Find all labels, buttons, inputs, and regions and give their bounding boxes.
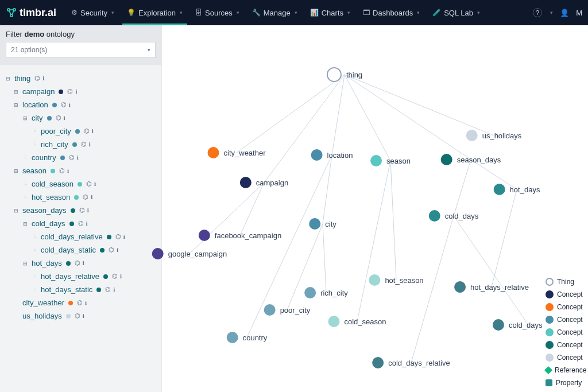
node-cold_days_relative[interactable]: cold_days_relative	[372, 357, 450, 368]
info-icon[interactable]: i	[89, 141, 91, 148]
info-icon[interactable]: i	[75, 88, 77, 95]
tree-row-poor_city[interactable]: └poor_city⌬i	[5, 125, 157, 138]
hierarchy-icon[interactable]: ⌬	[69, 154, 75, 161]
node-season_days[interactable]: season_days	[441, 154, 501, 165]
tree-toggle-icon[interactable]: ⊟	[23, 261, 29, 266]
tree-toggle-icon[interactable]: ⊟	[23, 115, 29, 121]
info-icon[interactable]: i	[123, 233, 125, 240]
hierarchy-icon[interactable]: ⌬	[105, 286, 111, 293]
tree-row-us_holidays[interactable]: us_holidays⌬i	[5, 309, 157, 323]
tree-label[interactable]: campaign	[22, 87, 55, 96]
tree-row-hot_days_relative[interactable]: └hot_days_relative⌬i	[5, 270, 157, 283]
info-icon[interactable]: i	[91, 193, 92, 201]
tree-label[interactable]: city	[32, 114, 43, 122]
tree-toggle-icon[interactable]: ⊟	[14, 168, 20, 174]
info-icon[interactable]: i	[83, 259, 84, 267]
tree-label[interactable]: cold_days_static	[41, 246, 96, 254]
hierarchy-icon[interactable]: ⌬	[78, 220, 84, 227]
info-icon[interactable]: i	[69, 101, 71, 108]
tree-toggle-icon[interactable]: ⊟	[14, 89, 20, 95]
hierarchy-icon[interactable]: ⌬	[84, 127, 90, 135]
tree-action-icons[interactable]: ⌬i	[112, 273, 122, 280]
tree-row-campaign[interactable]: ⊟campaign⌬i	[5, 85, 157, 98]
node-hot_days[interactable]: hot_days	[494, 184, 540, 195]
tree-action-icons[interactable]: ⌬i	[75, 312, 84, 320]
tree-label[interactable]: hot_days_static	[41, 285, 92, 294]
info-icon[interactable]: i	[64, 114, 65, 122]
node-us_holidays[interactable]: us_holidays	[466, 130, 522, 141]
hierarchy-icon[interactable]: ⌬	[67, 88, 73, 95]
nav-item-exploration[interactable]: 💡Exploration▾	[122, 1, 187, 25]
node-country[interactable]: country	[227, 332, 268, 343]
tree-toggle-icon[interactable]: ⊟	[14, 102, 20, 108]
node-thing[interactable]: thing	[327, 67, 362, 82]
tree-label[interactable]: us_holidays	[22, 312, 62, 320]
tree-action-icons[interactable]: ⌬i	[105, 286, 115, 293]
tree-toggle-icon[interactable]: ⊟	[14, 208, 20, 214]
tree-row-season[interactable]: ⊟season⌬i	[5, 164, 157, 177]
hierarchy-icon[interactable]: ⌬	[83, 193, 88, 201]
tree-action-icons[interactable]: ⌬i	[67, 88, 77, 95]
tree-label[interactable]: poor_city	[41, 127, 71, 135]
tree-label[interactable]: thing	[14, 74, 30, 83]
tree-action-icons[interactable]: ⌬i	[56, 114, 65, 122]
hierarchy-icon[interactable]: ⌬	[112, 273, 118, 280]
info-icon[interactable]: i	[85, 299, 87, 306]
node-cold_days[interactable]: cold_days	[429, 210, 479, 222]
user-icon[interactable]: 👤	[560, 9, 569, 17]
tree-row-cold_season[interactable]: └cold_season⌬i	[5, 177, 157, 191]
tree-label[interactable]: cold_days	[32, 219, 65, 228]
nav-item-dashboards[interactable]: 🗔Dashboards▾	[358, 1, 424, 25]
node-rich_city[interactable]: rich_city	[304, 287, 348, 298]
tree-row-cold_days_static[interactable]: └cold_days_static⌬i	[5, 243, 157, 257]
tree-label[interactable]: cold_days_relative	[41, 232, 103, 241]
hierarchy-icon[interactable]: ⌬	[56, 114, 61, 122]
tree-row-rich_city[interactable]: └rich_city⌬i	[5, 138, 157, 151]
info-icon[interactable]: i	[117, 246, 118, 254]
tree-action-icons[interactable]: ⌬i	[79, 207, 89, 214]
tree-action-icons[interactable]: ⌬i	[61, 101, 71, 108]
hierarchy-icon[interactable]: ⌬	[75, 312, 80, 320]
tree-action-icons[interactable]: ⌬i	[78, 220, 88, 227]
info-icon[interactable]: i	[92, 127, 94, 135]
nav-item-manage[interactable]: 🔧Manage▾	[247, 1, 302, 25]
nav-item-charts[interactable]: 📊Charts▾	[305, 1, 355, 25]
tree-row-hot_days_static[interactable]: └hot_days_static⌬i	[5, 283, 157, 296]
hierarchy-icon[interactable]: ⌬	[77, 299, 83, 306]
tree-action-icons[interactable]: ⌬i	[83, 193, 92, 201]
info-icon[interactable]: i	[83, 312, 84, 320]
info-icon[interactable]: i	[113, 286, 115, 293]
hierarchy-icon[interactable]: ⌬	[61, 101, 67, 108]
tree-label[interactable]: location	[22, 100, 48, 109]
tree-label[interactable]: city_weather	[22, 298, 64, 307]
tree-row-cold_days_relative[interactable]: └cold_days_relative⌬i	[5, 230, 157, 243]
tree-action-icons[interactable]: ⌬i	[59, 167, 69, 174]
node-city[interactable]: city	[309, 218, 336, 230]
tree-row-city_weather[interactable]: city_weather⌬i	[5, 296, 157, 309]
tree-label[interactable]: hot_days	[32, 259, 62, 267]
filter-select[interactable]: 21 option(s) ▾	[6, 42, 156, 58]
help-icon[interactable]: ?	[533, 8, 542, 17]
tree-row-cold_days[interactable]: ⊟cold_days⌬i	[5, 217, 157, 230]
info-icon[interactable]: i	[87, 207, 89, 214]
tree-label[interactable]: season	[22, 166, 47, 175]
tree-label[interactable]: hot_season	[32, 193, 70, 201]
tree-toggle-icon[interactable]: ⊟	[23, 221, 29, 227]
tree-action-icons[interactable]: ⌬i	[109, 246, 118, 254]
tree-toggle-icon[interactable]: ⊟	[6, 76, 11, 81]
hierarchy-icon[interactable]: ⌬	[86, 180, 92, 188]
tree-row-hot_days[interactable]: ⊟hot_days⌬i	[5, 257, 157, 270]
tree-action-icons[interactable]: ⌬i	[34, 75, 44, 82]
brand-logo[interactable]: timbr.ai	[6, 7, 56, 19]
graph-canvas[interactable]: thingcity_weathercampaignlocationseasons…	[162, 25, 588, 392]
tree-row-thing[interactable]: ⊟thing⌬i	[5, 72, 157, 85]
node-city_weather[interactable]: city_weather	[208, 147, 266, 158]
tree-row-country[interactable]: └country⌬i	[5, 151, 157, 164]
node-campaign[interactable]: campaign	[240, 177, 288, 188]
tree-label[interactable]: cold_season	[32, 180, 74, 188]
tree-label[interactable]: country	[32, 153, 56, 162]
node-location[interactable]: location	[311, 149, 353, 161]
nav-item-sources[interactable]: 🗄Sources▾	[191, 1, 244, 25]
hierarchy-icon[interactable]: ⌬	[109, 246, 114, 254]
tree-action-icons[interactable]: ⌬i	[81, 141, 91, 148]
